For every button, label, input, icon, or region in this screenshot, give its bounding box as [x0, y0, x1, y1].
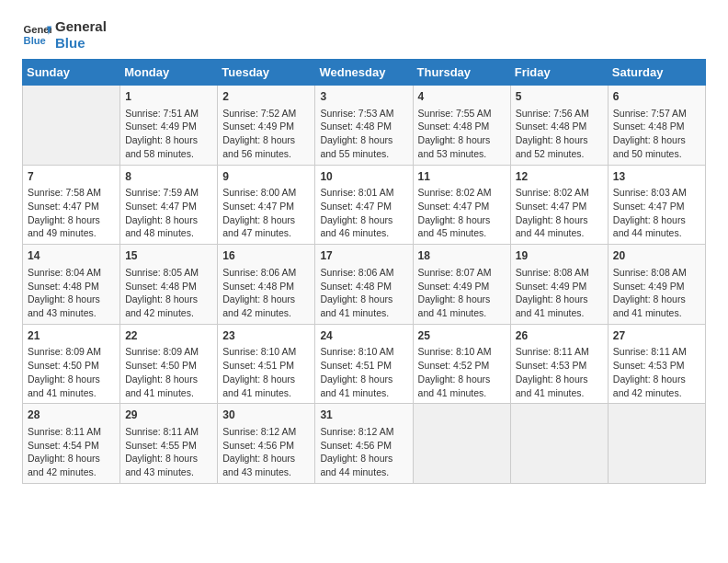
day-info-line: Sunset: 4:49 PM	[418, 280, 506, 293]
day-info-line: Sunrise: 8:10 AM	[418, 345, 506, 359]
day-number: 21	[28, 328, 115, 344]
calendar-week-row: 21Sunrise: 8:09 AMSunset: 4:50 PMDayligh…	[23, 324, 706, 404]
day-info-line: Sunset: 4:49 PM	[222, 120, 310, 133]
day-info-line: Sunset: 4:47 PM	[28, 200, 115, 213]
day-info-line: Daylight: 8 hours	[125, 133, 212, 147]
day-info-line: Daylight: 8 hours	[516, 213, 603, 227]
day-info-line: Daylight: 8 hours	[418, 373, 506, 386]
day-info-line: and 41 minutes.	[320, 386, 407, 400]
calendar-week-row: 7Sunrise: 7:58 AMSunset: 4:47 PMDaylight…	[23, 165, 706, 245]
day-info-line: Sunrise: 8:03 AM	[613, 186, 700, 200]
day-info-line: Daylight: 8 hours	[516, 133, 603, 147]
day-number: 24	[320, 328, 407, 344]
day-info-line: Sunset: 4:47 PM	[320, 200, 407, 213]
calendar-cell: 6Sunrise: 7:57 AMSunset: 4:48 PMDaylight…	[608, 86, 705, 166]
day-info-line: Sunset: 4:48 PM	[222, 280, 310, 293]
day-info-line: Daylight: 8 hours	[222, 133, 310, 147]
day-info-line: Daylight: 8 hours	[28, 373, 115, 386]
day-info-line: Sunrise: 8:02 AM	[418, 186, 506, 200]
day-info-line: Daylight: 8 hours	[222, 452, 310, 465]
day-number: 14	[28, 248, 115, 264]
day-info-line: and 43 minutes.	[28, 306, 115, 320]
calendar-cell: 13Sunrise: 8:03 AMSunset: 4:47 PMDayligh…	[608, 165, 705, 245]
day-info-line: Sunrise: 8:11 AM	[613, 345, 700, 359]
day-info-line: Daylight: 8 hours	[613, 373, 700, 386]
calendar-cell: 2Sunrise: 7:52 AMSunset: 4:49 PMDaylight…	[218, 86, 315, 166]
calendar-cell: 22Sunrise: 8:09 AMSunset: 4:50 PMDayligh…	[120, 324, 218, 404]
day-info-line: Sunrise: 7:52 AM	[222, 107, 310, 121]
day-info-line: Sunrise: 8:08 AM	[516, 266, 603, 280]
day-info-line: Sunset: 4:47 PM	[613, 200, 700, 213]
day-info-line: and 41 minutes.	[320, 306, 407, 320]
day-info-line: Daylight: 8 hours	[613, 293, 700, 306]
day-number: 23	[222, 328, 310, 344]
calendar-cell: 23Sunrise: 8:10 AMSunset: 4:51 PMDayligh…	[218, 324, 315, 404]
day-number: 9	[222, 169, 310, 185]
day-info-line: and 56 minutes.	[222, 147, 310, 161]
calendar-cell: 7Sunrise: 7:58 AMSunset: 4:47 PMDaylight…	[23, 165, 120, 245]
calendar-cell: 3Sunrise: 7:53 AMSunset: 4:48 PMDaylight…	[315, 86, 413, 166]
day-info-line: and 45 minutes.	[418, 226, 506, 240]
calendar-table: Sunday Monday Tuesday Wednesday Thursday…	[22, 59, 706, 484]
day-info-line: Sunset: 4:48 PM	[516, 120, 603, 133]
day-info-line: Sunset: 4:54 PM	[28, 439, 115, 453]
day-info-line: Sunset: 4:49 PM	[516, 280, 603, 293]
day-info-line: Daylight: 8 hours	[125, 373, 212, 386]
col-thursday: Thursday	[413, 60, 510, 86]
day-number: 4	[418, 89, 506, 105]
calendar-cell: 1Sunrise: 7:51 AMSunset: 4:49 PMDaylight…	[120, 86, 218, 166]
calendar-cell: 17Sunrise: 8:06 AMSunset: 4:48 PMDayligh…	[315, 245, 413, 325]
day-info-line: Daylight: 8 hours	[28, 213, 115, 227]
calendar-cell: 18Sunrise: 8:07 AMSunset: 4:49 PMDayligh…	[413, 245, 510, 325]
day-info-line: and 42 minutes.	[125, 306, 212, 320]
day-number: 30	[222, 408, 310, 423]
calendar-header-row: Sunday Monday Tuesday Wednesday Thursday…	[23, 60, 706, 86]
day-info-line: Sunrise: 8:01 AM	[320, 186, 407, 200]
calendar-cell: 21Sunrise: 8:09 AMSunset: 4:50 PMDayligh…	[23, 324, 120, 404]
logo-text: General Blue	[55, 18, 107, 52]
day-info-line: and 43 minutes.	[222, 465, 310, 479]
day-info-line: Daylight: 8 hours	[418, 293, 506, 306]
day-info-line: and 50 minutes.	[613, 147, 700, 161]
calendar-cell	[510, 404, 608, 484]
day-info-line: Sunrise: 8:07 AM	[418, 266, 506, 280]
calendar-cell: 11Sunrise: 8:02 AMSunset: 4:47 PMDayligh…	[413, 165, 510, 245]
day-number: 7	[28, 169, 115, 185]
day-info-line: and 44 minutes.	[320, 465, 407, 479]
calendar-cell: 12Sunrise: 8:02 AMSunset: 4:47 PMDayligh…	[510, 165, 608, 245]
day-number: 22	[125, 328, 212, 344]
calendar-cell: 25Sunrise: 8:10 AMSunset: 4:52 PMDayligh…	[413, 324, 510, 404]
calendar-cell: 8Sunrise: 7:59 AMSunset: 4:47 PMDaylight…	[120, 165, 218, 245]
day-info-line: Daylight: 8 hours	[320, 213, 407, 227]
calendar-cell: 31Sunrise: 8:12 AMSunset: 4:56 PMDayligh…	[315, 404, 413, 484]
col-sunday: Sunday	[23, 60, 120, 86]
calendar-cell: 5Sunrise: 7:56 AMSunset: 4:48 PMDaylight…	[510, 86, 608, 166]
day-info-line: and 53 minutes.	[418, 147, 506, 161]
day-info-line: Sunset: 4:48 PM	[320, 120, 407, 133]
calendar-cell: 28Sunrise: 8:11 AMSunset: 4:54 PMDayligh…	[23, 404, 120, 484]
day-info-line: and 41 minutes.	[418, 306, 506, 320]
day-info-line: Sunset: 4:50 PM	[28, 359, 115, 373]
calendar-cell	[608, 404, 705, 484]
day-info-line: Sunrise: 8:09 AM	[125, 345, 212, 359]
day-info-line: Sunset: 4:55 PM	[125, 439, 212, 453]
calendar-week-row: 14Sunrise: 8:04 AMSunset: 4:48 PMDayligh…	[23, 245, 706, 325]
logo-general: General	[55, 18, 107, 34]
calendar-cell: 10Sunrise: 8:01 AMSunset: 4:47 PMDayligh…	[315, 165, 413, 245]
logo-blue: Blue	[55, 35, 85, 51]
day-number: 3	[320, 89, 407, 105]
day-number: 27	[613, 328, 700, 344]
logo: General Blue General Blue	[22, 18, 107, 52]
day-info-line: Daylight: 8 hours	[320, 133, 407, 147]
day-info-line: Daylight: 8 hours	[125, 293, 212, 306]
day-number: 26	[516, 328, 603, 344]
day-info-line: Daylight: 8 hours	[28, 452, 115, 465]
day-info-line: Sunset: 4:48 PM	[418, 120, 506, 133]
day-info-line: Sunset: 4:49 PM	[125, 120, 212, 133]
day-info-line: Daylight: 8 hours	[222, 293, 310, 306]
day-info-line: Daylight: 8 hours	[516, 293, 603, 306]
day-info-line: and 49 minutes.	[28, 226, 115, 240]
day-info-line: Daylight: 8 hours	[516, 373, 603, 386]
day-info-line: Sunset: 4:47 PM	[418, 200, 506, 213]
day-number: 5	[516, 89, 603, 105]
